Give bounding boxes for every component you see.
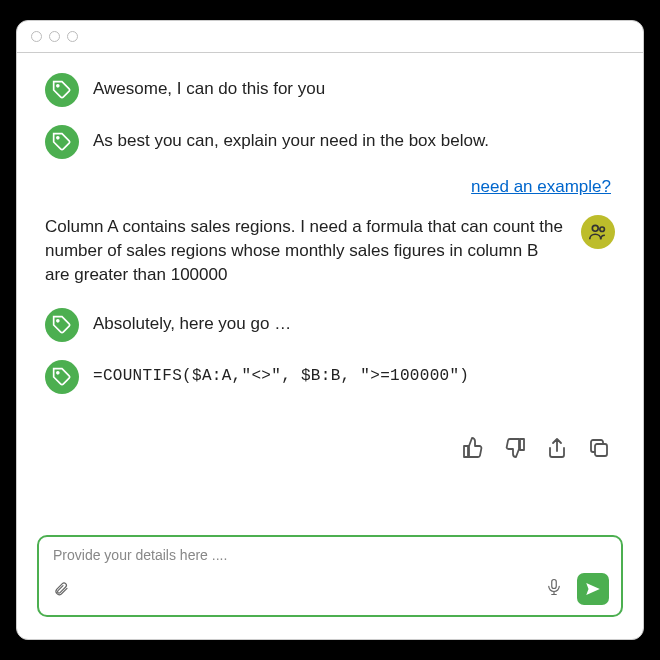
message-actions <box>45 436 615 460</box>
svg-point-0 <box>57 85 59 87</box>
user-avatar <box>581 215 615 249</box>
maximize-window-icon[interactable] <box>67 31 78 42</box>
svg-point-2 <box>592 225 598 231</box>
bot-message: =COUNTIFS($A:A,"<>", $B:B, ">=100000") <box>45 360 615 394</box>
message-text: Absolutely, here you go … <box>93 308 291 336</box>
input-placeholder: Provide your details here .... <box>53 547 227 563</box>
message-text: As best you can, explain your need in th… <box>93 125 489 153</box>
tag-icon <box>52 132 72 152</box>
message-text: Column A contains sales regions. I need … <box>45 215 567 286</box>
microphone-button[interactable] <box>545 576 563 602</box>
input-bar[interactable]: Provide your details here .... <box>37 535 623 617</box>
svg-rect-6 <box>595 444 607 456</box>
people-icon <box>587 221 609 243</box>
chat-body: Awesome, I can do this for you As best y… <box>17 53 643 525</box>
svg-point-1 <box>57 137 59 139</box>
formula-text: =COUNTIFS($A:A,"<>", $B:B, ">=100000") <box>93 360 469 388</box>
input-left-icons <box>53 579 69 603</box>
thumbs-down-button[interactable] <box>503 436 527 460</box>
example-link-row: need an example? <box>45 177 615 197</box>
svg-point-3 <box>600 227 605 232</box>
thumbs-up-button[interactable] <box>461 436 485 460</box>
tag-icon <box>52 80 72 100</box>
bot-avatar <box>45 73 79 107</box>
svg-rect-7 <box>552 580 557 589</box>
bot-avatar <box>45 360 79 394</box>
share-button[interactable] <box>545 436 569 460</box>
send-icon <box>584 580 602 598</box>
close-window-icon[interactable] <box>31 31 42 42</box>
send-button[interactable] <box>577 573 609 605</box>
chat-window: Awesome, I can do this for you As best y… <box>16 20 644 640</box>
bot-avatar <box>45 125 79 159</box>
user-message: Column A contains sales regions. I need … <box>45 215 615 286</box>
example-link[interactable]: need an example? <box>471 177 611 196</box>
bot-message: Absolutely, here you go … <box>45 308 615 342</box>
input-right-icons <box>545 573 609 605</box>
bot-message: As best you can, explain your need in th… <box>45 125 615 159</box>
bot-message: Awesome, I can do this for you <box>45 73 615 107</box>
attachment-button[interactable] <box>53 579 69 603</box>
message-text: Awesome, I can do this for you <box>93 73 325 101</box>
tag-icon <box>52 367 72 387</box>
title-bar <box>17 21 643 53</box>
tag-icon <box>52 315 72 335</box>
svg-point-5 <box>57 372 59 374</box>
minimize-window-icon[interactable] <box>49 31 60 42</box>
svg-point-4 <box>57 320 59 322</box>
copy-button[interactable] <box>587 436 611 460</box>
bot-avatar <box>45 308 79 342</box>
